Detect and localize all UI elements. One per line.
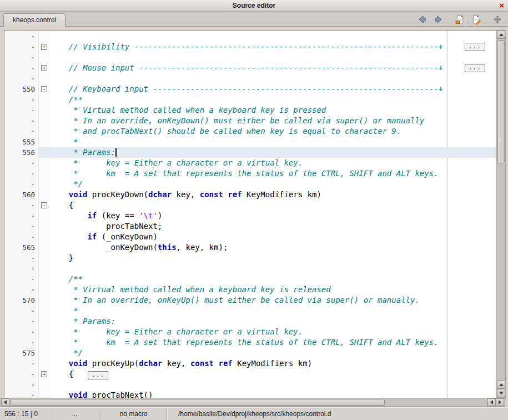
code-line[interactable]: · * Virtual method called when a keyboar… [4,284,496,295]
nav-back-button[interactable] [416,13,428,26]
code-line[interactable]: · * km = A set that represents the statu… [4,337,496,348]
scroll-left-button[interactable] [1,398,9,406]
code-text[interactable]: /** [50,274,496,284]
nav-forward-button[interactable] [432,13,445,26]
code-line[interactable]: · /** [4,94,496,105]
fold-expand-icon[interactable]: + [41,371,47,377]
code-line[interactable]: · [4,73,496,84]
code-line[interactable]: · * key = Either a character or a virtua… [4,327,496,337]
fold-margin [39,105,50,116]
code-line[interactable]: ·+ // Mouse input ----------------------… [4,63,496,73]
code-line[interactable]: · if (_onKeyDown) [4,232,496,242]
code-text[interactable] [50,263,496,274]
horizontal-scrollbar[interactable] [1,398,505,407]
code-line[interactable]: · * km = A set that represents the statu… [4,168,496,179]
horizontal-scroll-thumb[interactable] [11,399,385,406]
titlebar[interactable]: Source editor × [0,0,508,12]
code-line[interactable]: · } [4,253,496,263]
code-text[interactable]: // Mouse input -------------------------… [50,63,496,73]
code-line[interactable]: · * and procTabNext() should be called w… [4,126,496,137]
fold-margin: - [39,84,50,94]
code-text[interactable]: * Virtual method called when a keyboard … [50,105,496,116]
code-text[interactable] [50,31,496,42]
code-line[interactable]: ·+ {... [4,369,496,379]
code-text[interactable]: * In an override, onKeyDown() must eithe… [50,116,496,126]
code-editor[interactable]: ··+ // Visibility ----------------------… [4,30,497,399]
code-line[interactable]: · [4,31,496,42]
code-text[interactable]: * Params: [50,147,496,158]
fold-collapse-icon[interactable]: - [41,86,47,92]
code-line[interactable]: ·+ // Visibility -----------------------… [4,42,496,52]
fold-ellipsis[interactable]: ... [465,43,485,51]
code-text[interactable]: { [50,200,496,211]
code-line[interactable]: · void procKeyUp(dchar key, const ref Ke… [4,358,496,369]
code-text[interactable]: _onKeyDown(this, key, km); [50,242,496,253]
code-line[interactable]: · [4,379,496,390]
scroll-up-button-bottom[interactable] [497,381,505,389]
close-icon[interactable]: × [499,0,504,11]
code-line[interactable]: ·- { [4,200,496,211]
fold-collapse-icon[interactable]: - [41,202,47,208]
line-number: 565 [4,242,39,253]
code-text[interactable]: */ [50,348,496,358]
vertical-scrollbar[interactable] [496,30,506,398]
code-text[interactable]: procTabNext; [50,221,496,232]
fold-expand-icon[interactable]: + [41,65,47,71]
tab-kheops-control[interactable]: kheops.control [3,13,66,27]
vertical-scroll-thumb[interactable] [497,40,505,163]
code-line[interactable]: · * Virtual method called when a keyboar… [4,105,496,116]
code-line[interactable]: · [4,263,496,274]
code-line[interactable]: 565 _onKeyDown(this, key, km); [4,242,496,253]
down-arrow-icon [499,392,504,394]
code-line[interactable]: 555 * [4,137,496,147]
file-path-status: /home/basile/Dev/dproj/kheops/src/kheops… [167,407,508,420]
code-text[interactable]: if (key == '\t') [50,211,496,221]
code-text[interactable]: * key = Either a character or a virtual … [50,158,496,168]
fold-expand-icon[interactable]: + [41,44,47,50]
code-text[interactable]: /** [50,94,496,105]
code-line[interactable]: · * key = Either a character or a virtua… [4,158,496,168]
code-text[interactable]: if (_onKeyDown) [50,232,496,242]
code-line[interactable]: · if (key == '\t') [4,211,496,221]
code-line[interactable]: 550- // Keyboard input -----------------… [4,84,496,94]
scroll-right-button[interactable] [496,398,504,406]
code-text[interactable]: void procKeyUp(dchar key, const ref KeyM… [50,358,496,369]
code-line[interactable]: · * In an override, onKeyDown() must eit… [4,116,496,126]
code-line[interactable]: · * Params: [4,316,496,327]
code-text[interactable]: * key = Either a character or a virtual … [50,327,496,337]
scroll-left-button-right[interactable] [487,398,496,406]
code-text[interactable]: * and procTabNext() should be called whe… [50,126,496,137]
code-line[interactable]: · procTabNext; [4,221,496,232]
code-text[interactable] [50,73,496,84]
code-line[interactable]: 570 * In an override, onKeyUp() must eit… [4,295,496,306]
code-line[interactable]: · * [4,306,496,316]
save-as-button[interactable] [470,13,482,26]
code-text[interactable]: * Params: [50,316,496,327]
code-text[interactable] [50,379,496,390]
scroll-down-button[interactable] [497,389,505,397]
code-line[interactable]: 575 */ [4,348,496,358]
code-text[interactable]: // Visibility --------------------------… [50,42,496,52]
fold-ellipsis[interactable]: ... [88,371,108,379]
fold-ellipsis[interactable]: ... [465,64,485,72]
code-text[interactable]: // Keyboard input ----------------------… [50,84,496,94]
code-text[interactable]: void procKeyDown(dchar key, const ref Ke… [50,189,496,200]
code-text[interactable] [50,52,496,63]
code-text[interactable]: * [50,137,496,147]
code-line[interactable]: · /** [4,274,496,284]
code-line[interactable]: · */ [4,179,496,189]
code-text[interactable]: * km = A set that represents the status … [50,337,496,348]
code-text[interactable]: * km = A set that represents the status … [50,168,496,179]
code-text[interactable]: {... [50,369,496,379]
code-line[interactable]: · [4,52,496,63]
detach-button[interactable] [491,13,504,26]
save-button[interactable] [454,13,466,26]
scroll-up-button[interactable] [497,31,505,39]
code-text[interactable]: } [50,253,496,263]
code-line[interactable]: 556 * Params: [4,147,496,158]
code-line[interactable]: 560 void procKeyDown(dchar key, const re… [4,189,496,200]
code-text[interactable]: * [50,306,496,316]
code-text[interactable]: * In an override, onKeyUp() must either … [50,295,496,306]
code-text[interactable]: */ [50,179,496,189]
code-text[interactable]: * Virtual method called when a keyboard … [50,284,496,295]
